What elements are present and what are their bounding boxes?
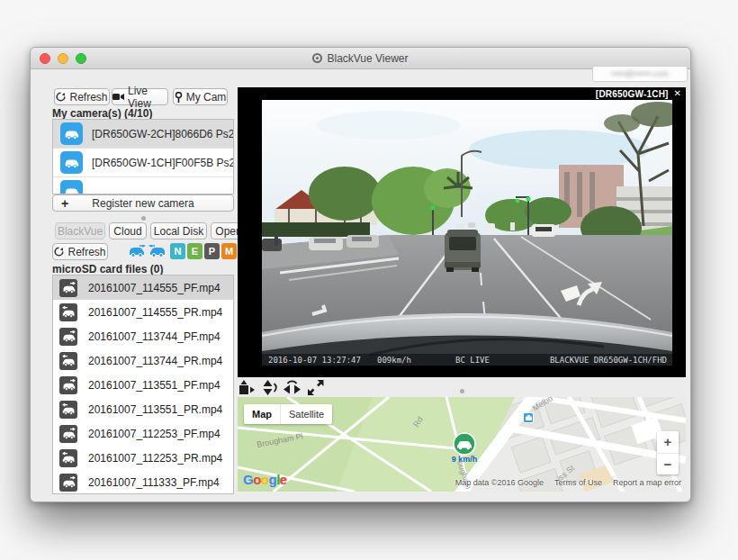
file-list-item[interactable]: 20161007_113744_PF.mp4: [53, 324, 233, 348]
camera-label: [DR650GW-1CH]F00F5B Ps2 P...: [92, 157, 233, 169]
front-video-file-icon: [59, 425, 77, 443]
overlay-timestamp: 2016-10-07 13:27:47: [268, 356, 361, 365]
tab-local-disk[interactable]: Local Disk: [150, 222, 207, 239]
refresh-icon: [56, 92, 66, 102]
sidebar-splitter[interactable]: [52, 215, 234, 221]
file-name: 20161007_113744_PR.mp4: [88, 355, 222, 367]
camera-car-icon: [60, 122, 83, 145]
vehicle-position-marker[interactable]: [453, 432, 476, 456]
overlay-speed: 009km/h: [377, 356, 411, 365]
plus-icon: +: [61, 196, 68, 211]
refresh-files-button[interactable]: Refresh: [52, 243, 108, 260]
file-name: 20161007_114555_PF.mp4: [88, 282, 220, 294]
file-list-item[interactable]: 20161007_114555_PF.mp4: [53, 275, 233, 300]
vehicle-speed-label: 9 km/h: [444, 455, 485, 464]
map-pin-icon: [175, 92, 183, 103]
file-list-item[interactable]: 20161007_114555_PR.mp4: [53, 300, 233, 324]
overlay-status: BC LIVE: [455, 356, 490, 365]
window-titlebar: BlackVue Viewer: [31, 48, 690, 69]
video-camera-icon: [112, 93, 124, 101]
transit-station-icon[interactable]: [523, 412, 534, 423]
front-video-file-icon: [59, 279, 77, 297]
file-list-item[interactable]: 20161007_113551_PR.mp4: [53, 397, 233, 421]
google-logo: Google: [243, 472, 287, 487]
front-camera-filter-icon[interactable]: [128, 245, 146, 257]
register-new-camera-button[interactable]: + Register new camera: [52, 194, 234, 212]
tab-cloud[interactable]: Cloud: [109, 222, 147, 239]
terms-of-use-link[interactable]: Terms of Use: [554, 478, 602, 487]
file-name: 20161007_113744_PF.mp4: [88, 330, 220, 343]
camera-list-item[interactable]: [53, 177, 233, 194]
window-title: BlackVue Viewer: [327, 52, 408, 65]
google-map[interactable]: Brougham Pl Rd ougham Melbo iss St 9 km/…: [238, 397, 686, 492]
video-player[interactable]: [DR650GW-1CH] ✕: [238, 87, 686, 377]
map-splitter[interactable]: [238, 387, 686, 394]
rear-video-file-icon: [59, 449, 77, 467]
file-name: 20161007_112253_PR.mp4: [88, 452, 222, 465]
camera-list-item[interactable]: [DR650GW-1CH]F00F5B Ps2 P...: [53, 149, 233, 177]
file-name: 20161007_112253_PF.mp4: [88, 428, 220, 440]
report-map-error-link[interactable]: Report a map error: [613, 478, 681, 487]
file-list-item[interactable]: 20161007_111333_PF.mp4: [53, 470, 233, 494]
refresh-cameras-button[interactable]: Refresh: [54, 88, 110, 105]
file-type-badge-e[interactable]: E: [187, 243, 202, 259]
map-zoom-control: + −: [657, 431, 679, 474]
live-view-button[interactable]: Live View: [112, 88, 168, 105]
account-email-blurred: •••••@••••••.com: [592, 66, 688, 82]
rear-camera-filter-icon[interactable]: [148, 245, 166, 257]
refresh-icon: [54, 247, 64, 257]
file-type-badges: NEPM: [170, 243, 237, 259]
traffic-lights: [40, 53, 86, 64]
camera-list-item[interactable]: [DR650GW-2CH]8066D6 Ps2 P...: [53, 120, 233, 149]
camera-car-icon: [60, 180, 83, 194]
rear-video-file-icon: [59, 303, 77, 321]
camera-car-icon: [60, 151, 83, 174]
file-name: 20161007_111333_PF.mp4: [88, 476, 220, 489]
front-video-file-icon: [59, 376, 77, 394]
dashcam-video-frame: 2016-10-07 13:27:47 009km/h BC LIVE BLAC…: [262, 100, 672, 366]
rear-video-file-icon: [59, 401, 77, 419]
map-data-credit: Map data ©2016 Google: [455, 478, 544, 487]
file-name: 20161007_113551_PF.mp4: [88, 379, 220, 392]
microsd-files-header: microSD card files (0): [52, 263, 163, 275]
window-close-button[interactable]: [40, 53, 50, 64]
window-zoom-button[interactable]: [76, 53, 86, 64]
file-type-badge-m[interactable]: M: [221, 243, 237, 259]
video-camera-label: [DR650GW-1CH]: [596, 89, 669, 99]
satellite-button[interactable]: Satellite: [281, 404, 332, 424]
file-name: 20161007_114555_PR.mp4: [88, 306, 222, 319]
file-type-badge-n[interactable]: N: [170, 243, 185, 259]
video-close-icon[interactable]: ✕: [674, 89, 681, 98]
file-name: 20161007_113551_PR.mp4: [88, 403, 222, 416]
zoom-out-button[interactable]: −: [657, 454, 679, 475]
map-type-control: Map Satellite: [244, 404, 332, 424]
map-attribution: Map data ©2016 Google Terms of Use Repor…: [455, 478, 681, 487]
front-video-file-icon: [59, 328, 77, 346]
file-list-item[interactable]: 20161007_112253_PR.mp4: [53, 446, 233, 470]
file-list-item[interactable]: 20161007_113744_PR.mp4: [53, 348, 233, 373]
window-minimize-button[interactable]: [58, 53, 68, 64]
camera-list: [DR650GW-2CH]8066D6 Ps2 P...[DR650GW-1CH…: [52, 119, 234, 194]
app-icon: [312, 53, 322, 63]
tab-blackvue[interactable]: BlackVue: [55, 222, 105, 239]
camera-label: [DR650GW-2CH]8066D6 Ps2 P...: [92, 128, 233, 140]
video-titlebar: [DR650GW-1CH] ✕: [238, 87, 686, 100]
map-button[interactable]: Map: [244, 404, 280, 424]
overlay-model: BLACKVUE DR650GW-1CH/FHD: [550, 356, 667, 365]
zoom-in-button[interactable]: +: [657, 431, 679, 453]
file-list-item[interactable]: 20161007_112253_PF.mp4: [53, 421, 233, 446]
my-cameras-header: My camera(s) (4/10): [52, 107, 152, 120]
file-list: 20161007_114555_PF.mp420161007_114555_PR…: [52, 275, 234, 494]
file-type-badge-p[interactable]: P: [204, 243, 220, 259]
desktop-background: BlackVue Viewer Refresh Live View My Cam…: [0, 0, 738, 560]
my-cam-button[interactable]: My Cam: [173, 88, 228, 105]
file-list-item[interactable]: 20161007_113551_PF.mp4: [53, 373, 233, 397]
rear-video-file-icon: [59, 352, 77, 370]
front-video-file-icon: [59, 474, 77, 492]
blackvue-viewer-window: BlackVue Viewer Refresh Live View My Cam…: [30, 47, 691, 502]
